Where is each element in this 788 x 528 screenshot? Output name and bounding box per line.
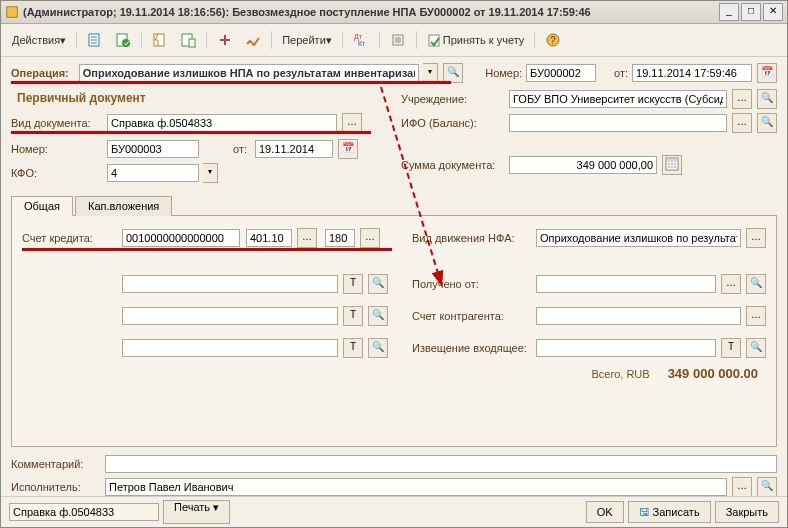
operation-input[interactable] — [79, 64, 420, 82]
primary-doc-header: Первичный документ — [17, 91, 381, 105]
accept-button[interactable]: Принять к учету — [422, 29, 530, 51]
svg-point-3 — [122, 39, 130, 47]
red-underline-1 — [11, 81, 451, 84]
kfo-input[interactable] — [107, 164, 199, 182]
kfo-dropdown[interactable]: ▾ — [203, 163, 218, 183]
footer-doc[interactable] — [9, 503, 159, 521]
credit-acc2-select[interactable]: … — [297, 228, 317, 248]
extra3-search[interactable]: 🔍 — [368, 338, 388, 358]
svg-rect-14 — [667, 159, 677, 162]
extra2-search[interactable]: 🔍 — [368, 306, 388, 326]
org-label: Учреждение: — [401, 93, 505, 105]
tb-icon-4[interactable] — [175, 29, 201, 51]
credit-acc2[interactable] — [246, 229, 292, 247]
recv-select[interactable]: … — [721, 274, 741, 294]
date-from-label: от: — [233, 143, 247, 155]
ifo-search[interactable]: 🔍 — [757, 113, 777, 133]
ok-button[interactable]: OK — [586, 501, 624, 523]
notice-input[interactable] — [536, 339, 716, 357]
comment-input[interactable] — [105, 455, 777, 473]
minimize-button[interactable]: _ — [719, 3, 739, 21]
svg-text:?: ? — [550, 35, 556, 46]
operation-label: Операция: — [11, 67, 75, 79]
print-button[interactable]: Печать ▾ — [163, 500, 230, 524]
opnum-label: Номер: — [485, 67, 522, 79]
svg-text:Кт: Кт — [358, 40, 366, 47]
tb-settings-icon[interactable] — [385, 29, 411, 51]
notice-t[interactable]: T — [721, 338, 741, 358]
tb-icon-3[interactable] — [147, 29, 173, 51]
sum-calc-icon[interactable] — [662, 155, 682, 175]
exec-search[interactable]: 🔍 — [757, 477, 777, 496]
num-input[interactable] — [107, 140, 199, 158]
exec-label: Исполнитель: — [11, 481, 101, 493]
credit-acc3[interactable] — [325, 229, 355, 247]
extra1-t[interactable]: T — [343, 274, 363, 294]
app-icon — [5, 5, 19, 19]
tab-general[interactable]: Общая — [11, 196, 73, 216]
counter-select[interactable]: … — [746, 306, 766, 326]
nfa-label: Вид движения НФА: — [412, 232, 532, 244]
counter-input[interactable] — [536, 307, 741, 325]
close-window-button[interactable]: Закрыть — [715, 501, 779, 523]
kfo-label: КФО: — [11, 167, 103, 179]
extra1-search[interactable]: 🔍 — [368, 274, 388, 294]
extra3-t[interactable]: T — [343, 338, 363, 358]
notice-search[interactable]: 🔍 — [746, 338, 766, 358]
recv-label: Получено от: — [412, 278, 532, 290]
date-calendar-icon[interactable]: 📅 — [338, 139, 358, 159]
red-underline-2 — [11, 131, 371, 134]
close-button[interactable]: ✕ — [763, 3, 783, 21]
org-input[interactable] — [509, 90, 727, 108]
doctype-label: Вид документа: — [11, 117, 103, 129]
credit-acc1[interactable] — [122, 229, 240, 247]
tb-icon-2[interactable] — [110, 29, 136, 51]
extra2-input[interactable] — [122, 307, 338, 325]
save-button[interactable]: 🖫 Записать — [628, 501, 711, 523]
org-select[interactable]: … — [732, 89, 752, 109]
actions-menu[interactable]: Действия ▾ — [7, 29, 71, 51]
maximize-button[interactable]: □ — [741, 3, 761, 21]
svg-rect-6 — [189, 39, 195, 47]
tab-capital[interactable]: Кап.вложения — [75, 196, 172, 216]
opdate-input[interactable] — [632, 64, 752, 82]
exec-input[interactable] — [105, 478, 727, 496]
doctype-input[interactable] — [107, 114, 337, 132]
ifo-input[interactable] — [509, 114, 727, 132]
operation-search[interactable]: 🔍 — [443, 63, 463, 83]
tb-icon-1[interactable] — [82, 29, 108, 51]
recv-input[interactable] — [536, 275, 716, 293]
tb-dtkt-icon[interactable]: ДтКт — [348, 29, 374, 51]
sum-label: Сумма документа: — [401, 159, 505, 171]
tb-icon-5[interactable] — [212, 29, 238, 51]
opdate-from-label: от: — [614, 67, 628, 79]
extra2-t[interactable]: T — [343, 306, 363, 326]
tb-help-icon[interactable]: ? — [540, 29, 566, 51]
nfa-select[interactable]: … — [746, 228, 766, 248]
doctype-select[interactable]: … — [342, 113, 362, 133]
red-underline-3 — [22, 248, 392, 251]
total-label: Всего, RUB — [591, 368, 649, 380]
tb-icon-6[interactable] — [240, 29, 266, 51]
date-input[interactable] — [255, 140, 333, 158]
nfa-input[interactable] — [536, 229, 741, 247]
opdate-calendar-icon[interactable]: 📅 — [757, 63, 777, 83]
titlebar: (Администратор; 19.11.2014 18:16:56): Бе… — [1, 1, 787, 24]
ifo-select[interactable]: … — [732, 113, 752, 133]
ifo-label: ИФО (Баланс): — [401, 117, 505, 129]
opnum-input[interactable] — [526, 64, 596, 82]
toolbar: Действия ▾ Перейти ▾ ДтКт Принять к учет… — [1, 24, 787, 57]
goto-menu[interactable]: Перейти ▾ — [277, 29, 337, 51]
recv-search[interactable]: 🔍 — [746, 274, 766, 294]
extra3-input[interactable] — [122, 339, 338, 357]
comment-label: Комментарий: — [11, 458, 101, 470]
extra1-input[interactable] — [122, 275, 338, 293]
sum-input[interactable] — [509, 156, 657, 174]
credit-label: Счет кредита: — [22, 232, 118, 244]
svg-rect-0 — [7, 7, 18, 18]
operation-dropdown[interactable]: ▾ — [423, 63, 438, 83]
credit-acc3-select[interactable]: … — [360, 228, 380, 248]
exec-select[interactable]: … — [732, 477, 752, 496]
org-search[interactable]: 🔍 — [757, 89, 777, 109]
total-value: 349 000 000.00 — [668, 366, 758, 381]
